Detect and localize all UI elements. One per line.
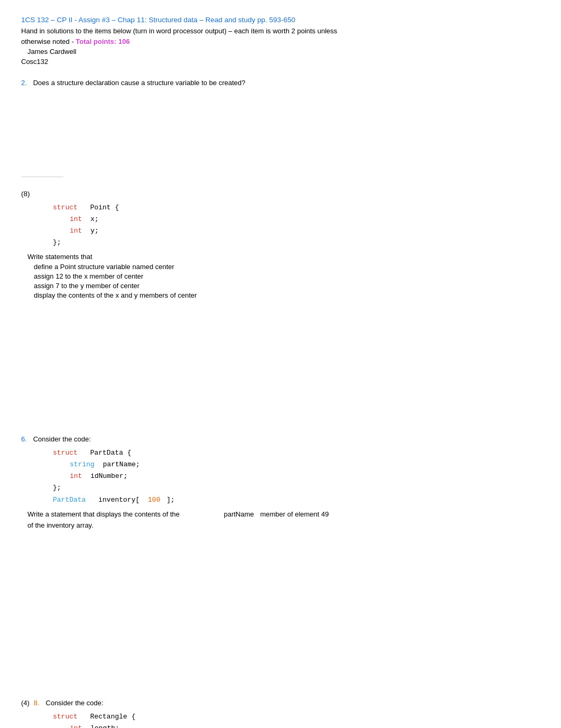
- partdata-var-decl: PartData inventory[ 100 ];: [53, 494, 540, 506]
- struct-rect-name: Rectangle {: [90, 713, 136, 721]
- q8-text: Consider the code:: [46, 699, 104, 707]
- partdata-end: ];: [166, 496, 175, 504]
- struct-point-closing: };: [53, 237, 540, 248]
- page-title: 1CS 132 – CP II - Assign #3 – Chap 11: S…: [21, 16, 540, 24]
- partdata-type: PartData: [53, 496, 86, 504]
- course-name: Cosc132: [21, 58, 540, 66]
- int-kw-x: int: [70, 215, 82, 223]
- partdata-inventory: inventory[: [98, 496, 139, 504]
- struct-partdata-line1: struct PartData {: [53, 447, 540, 459]
- subtitle-line1: Hand in solutions to the items below (tu…: [21, 27, 337, 35]
- question-8-section: (4) 8. Consider the code: struct Rectang…: [21, 698, 540, 728]
- subtitle: Hand in solutions to the items below (tu…: [21, 26, 540, 47]
- string-kw: string: [70, 460, 95, 468]
- subtitle-line2: otherwise noted - Total points: 106: [21, 38, 130, 45]
- q6-write-text1: Write a statement that displays the cont…: [27, 510, 180, 518]
- struct-partdata-field-int: int idNumber;: [70, 471, 540, 482]
- struct-kw-3: struct: [53, 713, 78, 721]
- q6-text: Consider the code:: [33, 435, 91, 443]
- struct-rect-field-length: int length;: [70, 723, 540, 728]
- q6-write-line: Write a statement that displays the cont…: [27, 510, 540, 518]
- q6-partname: partName: [224, 510, 254, 518]
- divider-1: [21, 177, 63, 177]
- struct-kw-2: struct: [53, 449, 78, 457]
- struct-point-line1: struct Point {: [53, 202, 540, 214]
- question-6: 6. Consider the code: struct PartData { …: [21, 435, 540, 529]
- q8-number: 8.: [34, 699, 40, 707]
- q6-member-text: member of element 49: [260, 510, 329, 518]
- bullet-item-1: assign 12 to the x member of center: [34, 272, 540, 280]
- question-2: 2. Does a structure declaration cause a …: [21, 78, 540, 87]
- code-block-rectangle: struct Rectangle { int length; int width…: [53, 711, 540, 728]
- total-points: Total points: 106: [76, 38, 129, 45]
- q8-prefix: (4): [21, 699, 30, 707]
- section-8-number: (8): [21, 190, 540, 198]
- q2-number: 2.: [21, 79, 27, 87]
- partdata-size: 100: [148, 496, 160, 504]
- field-partname: partName;: [103, 460, 140, 468]
- code-block-point: struct Point { int x; int y; };: [53, 202, 540, 248]
- int-kw-length: int: [70, 724, 82, 728]
- q8-header: (4) 8. Consider the code:: [21, 698, 540, 707]
- section-8: (8) struct Point { int x; int y; }; Writ…: [21, 190, 540, 299]
- struct-partdata-closing: };: [53, 482, 540, 494]
- q6-write-line2: of the inventory array.: [27, 521, 540, 529]
- struct-partdata-name: PartData {: [90, 449, 132, 457]
- bullet-item-0: define a Point structure variable named …: [34, 263, 540, 271]
- struct-point-name: Point {: [90, 204, 119, 211]
- field-x-name: x;: [90, 215, 99, 223]
- q6-header: 6. Consider the code:: [21, 435, 540, 443]
- q6-number: 6.: [21, 435, 27, 443]
- struct-rect-line1: struct Rectangle {: [53, 711, 540, 723]
- struct-point-field-x: int x;: [70, 214, 540, 225]
- bullet-item-3: display the contents of the x and y memb…: [34, 291, 540, 299]
- author-block: James Cardwell: [27, 47, 540, 58]
- field-idnumber: idNumber;: [90, 472, 127, 480]
- field-y-name: y;: [90, 227, 99, 235]
- write-statements-label: Write statements that: [27, 253, 540, 261]
- struct-partdata-field-string: string partName;: [70, 459, 540, 471]
- q2-text: Does a structure declaration cause a str…: [33, 79, 246, 87]
- struct-kw-1: struct: [53, 204, 78, 211]
- struct-point-field-y: int y;: [70, 225, 540, 237]
- int-kw-y: int: [70, 227, 82, 235]
- field-length-name: length;: [90, 724, 119, 728]
- author-name: James Cardwell: [27, 47, 540, 58]
- bullet-item-2: assign 7 to the y member of center: [34, 282, 540, 290]
- int-kw-id: int: [70, 472, 82, 480]
- code-block-partdata: struct PartData { string partName; int i…: [53, 447, 540, 505]
